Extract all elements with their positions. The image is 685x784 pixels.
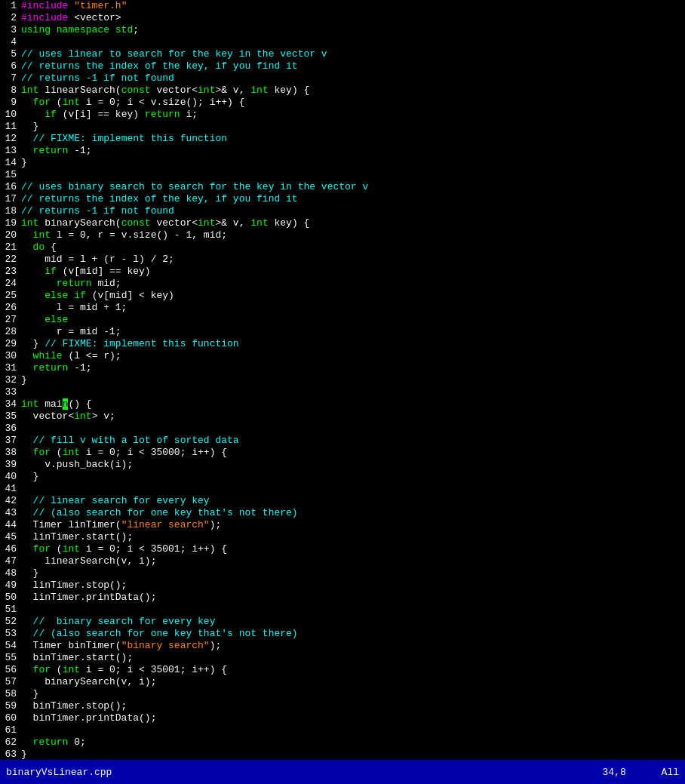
line-number: 2 — [0, 12, 21, 24]
line-number: 9 — [0, 97, 21, 109]
code-line: 13 return -1; — [0, 145, 685, 157]
plain-token — [21, 447, 33, 458]
code-line: 58 } — [0, 688, 685, 700]
line-content: // returns the index of the key, if you … — [21, 60, 685, 72]
code-line: 9 for (int i = 0; i < v.size(); i++) { — [0, 97, 685, 109]
line-content: // returns the index of the key, if you … — [21, 193, 685, 205]
code-line: 10 if (v[i] == key) return i; — [0, 109, 685, 121]
plain-token: binTimer.printData(); — [21, 712, 156, 724]
line-content: // returns -1 if not found — [21, 72, 685, 85]
kw-token: else if — [45, 290, 86, 301]
line-number: 7 — [0, 72, 21, 85]
line-content: mid = l + (r - l) / 2; — [21, 254, 685, 266]
plain-token: vector< — [151, 85, 198, 96]
plain-token — [21, 362, 33, 374]
plain-token: ); — [210, 640, 222, 651]
line-content: } — [21, 749, 685, 760]
code-line: 57 binarySearch(v, i); — [0, 676, 685, 688]
code-line: 40 } — [0, 471, 685, 483]
kw-token: int — [33, 229, 51, 241]
kw-token: return — [57, 278, 92, 289]
line-content: // returns -1 if not found — [21, 205, 685, 217]
line-number: 59 — [0, 700, 21, 712]
code-line: 33 — [0, 386, 685, 398]
code-line: 59 binTimer.stop(); — [0, 700, 685, 712]
line-content — [21, 604, 685, 616]
code-line: 8int linearSearch(const vector<int>& v, … — [0, 85, 685, 97]
line-content: linTimer.stop(); — [21, 580, 685, 592]
plain-token: ( — [51, 97, 63, 108]
plain-token: vector< — [151, 217, 198, 229]
code-line: 22 mid = l + (r - l) / 2; — [0, 254, 685, 266]
line-content: binTimer.stop(); — [21, 700, 685, 712]
line-content: int l = 0, r = v.size() - 1, mid; — [21, 229, 685, 241]
line-number: 4 — [0, 36, 21, 48]
plain-token — [21, 616, 33, 627]
plain-token: { — [45, 241, 57, 253]
code-line: 34int main() { — [0, 398, 685, 410]
line-number: 34 — [0, 398, 21, 410]
cmt-token: // returns the index of the key, if you … — [21, 60, 298, 72]
code-line: 53 // (also search for one key that's no… — [0, 628, 685, 640]
line-number: 54 — [0, 640, 21, 652]
kw-token: while — [33, 350, 63, 361]
line-number: 31 — [0, 362, 21, 374]
line-content: // uses binary search to search for the … — [21, 181, 685, 193]
plain-token: binTimer.stop(); — [21, 700, 127, 712]
plain-token: Timer binTimer( — [21, 640, 121, 651]
line-number: 35 — [0, 410, 21, 423]
code-line: 56 for (int i = 0; i < 35001; i++) { — [0, 664, 685, 676]
code-line: 50 linTimer.printData(); — [0, 592, 685, 604]
plain-token — [21, 290, 45, 301]
plain-token — [21, 507, 33, 518]
kw-token: else — [45, 314, 68, 325]
line-content — [21, 386, 685, 398]
plain-token: -1; — [68, 145, 91, 156]
status-position: 34,8 All — [603, 767, 679, 778]
line-number: 49 — [0, 580, 21, 592]
line-content: binTimer.printData(); — [21, 712, 685, 724]
code-editor[interactable]: 1#include "timer.h"2#include <vector>3us… — [0, 0, 685, 760]
plain-token — [21, 495, 33, 506]
code-line: 20 int l = 0, r = v.size() - 1, mid; — [0, 229, 685, 241]
line-content: for (int i = 0; i < 35000; i++) { — [21, 447, 685, 459]
kw-token: return — [33, 362, 69, 374]
code-line: 51 — [0, 604, 685, 616]
cmt-token: // (also search for one key that's not t… — [33, 507, 298, 518]
code-line: 52 // binary search for every key — [0, 616, 685, 628]
code-line: 44 Timer linTimer("linear search"); — [0, 519, 685, 531]
plain-token: } — [21, 471, 38, 482]
line-number: 46 — [0, 543, 21, 555]
code-line: 61 — [0, 724, 685, 736]
plain-token: ); — [210, 519, 222, 530]
line-number: 30 — [0, 350, 21, 362]
line-content: } — [21, 121, 685, 133]
plain-token: linTimer.stop(); — [21, 580, 127, 591]
kw-token: int — [21, 217, 38, 229]
line-content: if (v[mid] == key) — [21, 266, 685, 278]
code-line: 6// returns the index of the key, if you… — [0, 60, 685, 72]
plain-token: mid; — [92, 278, 121, 289]
line-number: 61 — [0, 724, 21, 736]
cmt-token: // uses linear to search for the key in … — [21, 48, 327, 60]
plain-token: 0; — [68, 736, 85, 748]
kw-token: const — [121, 217, 151, 229]
plain-token: -1; — [68, 362, 91, 374]
line-number: 41 — [0, 483, 21, 495]
kw-token: return — [33, 736, 69, 748]
plain-token: mid = l + (r - l) / 2; — [21, 254, 174, 265]
code-line: 62 return 0; — [0, 736, 685, 749]
line-content: // (also search for one key that's not t… — [21, 507, 685, 519]
line-content: linTimer.printData(); — [21, 592, 685, 604]
plain-token — [21, 133, 33, 144]
plain-token — [21, 628, 33, 639]
kw-token: for — [33, 543, 51, 555]
kw-token: for — [33, 97, 51, 108]
code-line: 2#include <vector> — [0, 12, 685, 24]
plain-token: linTimer.printData(); — [21, 592, 156, 603]
code-line: 37 // fill v with a lot of sorted data — [0, 435, 685, 447]
cmt-token: // binary search for every key — [33, 616, 216, 627]
line-number: 19 — [0, 217, 21, 229]
plain-token — [21, 278, 57, 289]
code-line: 42 // linear search for every key — [0, 495, 685, 507]
